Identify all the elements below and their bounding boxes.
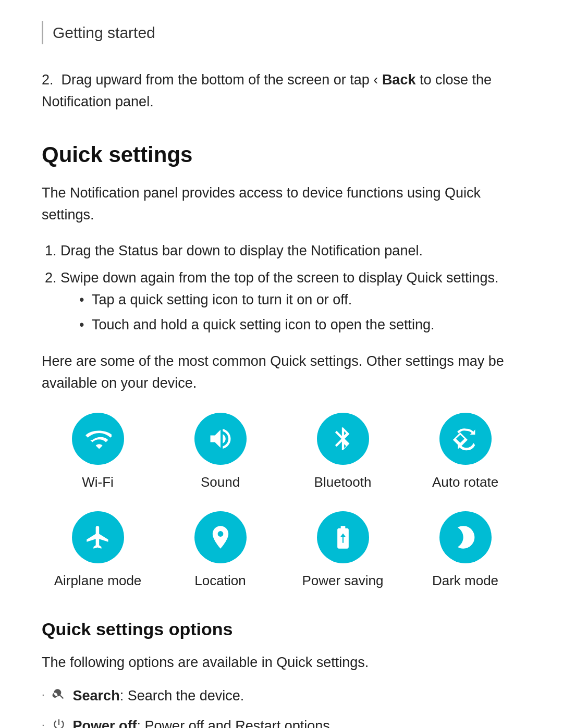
qs-item-bluetooth: Bluetooth [287,413,399,492]
sound-icon-circle [194,413,247,465]
qs-step-2: Swipe down again from the top of the scr… [60,267,521,336]
qs-options-title: Quick settings options [42,616,521,643]
header-bar: Getting started [42,21,521,44]
airplane-icon-circle [72,511,124,563]
header-title: Getting started [53,24,155,41]
auto-rotate-icon [452,425,479,452]
step2-text: 2. Drag upward from the bottom of the sc… [42,69,521,113]
quick-settings-options-section: Quick settings options The following opt… [42,616,521,728]
location-icon [207,524,234,551]
auto-rotate-icon-circle [439,413,492,465]
dark-mode-icon-circle [439,511,492,563]
qs-step-1: Drag the Status bar down to display the … [60,240,521,262]
qs-item-wifi: Wi-Fi [42,413,154,492]
search-icon [51,686,67,702]
bluetooth-icon-circle [317,413,369,465]
auto-rotate-label: Auto rotate [432,472,498,492]
qs-note: Here are some of the most common Quick s… [42,351,521,394]
quick-settings-grid: Wi-Fi Sound Bluetooth [42,413,521,591]
power-saving-icon-circle [317,511,369,563]
location-icon-circle [194,511,247,563]
wifi-icon-circle [72,413,124,465]
step2-intro: 2. Drag upward from the bottom of the sc… [42,69,521,113]
quick-settings-section: Quick settings The Notification panel pr… [42,138,521,591]
sound-icon [207,425,234,452]
airplane-label: Airplane mode [54,571,142,591]
option-search: · Search: Search the device. [42,685,521,707]
power-off-icon [51,717,67,728]
qs-bullet-1: Tap a quick setting icon to turn it on o… [92,289,521,311]
qs-options-desc: The following options are available in Q… [42,652,521,674]
airplane-icon [84,524,112,551]
qs-item-autorotate: Auto rotate [409,413,521,492]
qs-item-sound: Sound [164,413,276,492]
qs-item-powersaving: Power saving [287,511,399,591]
bullet-dot: · [42,717,45,728]
options-list: · Search: Search the device. · Power off… [42,685,521,728]
qs-item-location: Location [164,511,276,591]
qs-item-airplane: Airplane mode [42,511,154,591]
power-saving-icon [329,524,357,551]
quick-settings-description: The Notification panel provides access t… [42,182,521,226]
power-saving-label: Power saving [302,571,383,591]
option-power-off: · Power off: Power off and Restart optio… [42,715,521,728]
dark-mode-label: Dark mode [432,571,498,591]
qs-bullets: Tap a quick setting icon to turn it on o… [92,289,521,336]
qs-item-darkmode: Dark mode [409,511,521,591]
bullet-dot: · [42,686,45,702]
sound-label: Sound [201,472,240,492]
qs-bullet-2: Touch and hold a quick setting icon to o… [92,314,521,336]
quick-settings-steps: Drag the Status bar down to display the … [60,240,521,336]
quick-settings-title: Quick settings [42,138,521,171]
dark-mode-icon [452,524,479,551]
wifi-label: Wi-Fi [82,472,114,492]
location-label: Location [194,571,246,591]
wifi-icon [84,425,112,452]
bluetooth-label: Bluetooth [314,472,372,492]
bluetooth-icon [329,425,357,452]
